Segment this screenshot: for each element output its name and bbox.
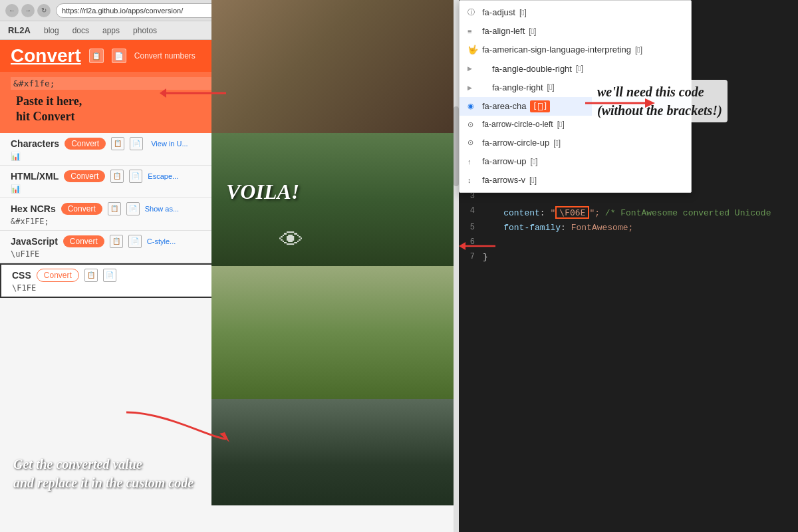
svg-marker-4 [645,98,655,108]
characters-convert-btn[interactable]: Convert [65,138,106,150]
item-name: fa-arrows-v [482,174,525,186]
bg-images-area [211,0,459,505]
brand-label: RL2A [8,25,31,35]
hexncrs-file-btn[interactable]: 📄 [126,202,140,215]
dropdown-item-asl[interactable]: 🤟 fa-american-sign-language-interpreting… [460,41,691,59]
javascript-copy-btn[interactable]: 📋 [110,235,123,248]
code-line-5: 5 font-family: FontAwesome; [459,220,798,235]
convert-desc: Convert numbers [134,51,196,61]
scroll-indicator [454,0,459,532]
code-line-4: 4 content: "\F06E"; /* FontAwesome conve… [459,203,798,220]
code-line-7: 7 } [459,249,798,264]
hexncrs-copy-btn[interactable]: 📋 [108,202,121,215]
copy-icon-header[interactable]: 📋 [89,49,104,63]
hexncrs-convert-btn[interactable]: Convert [61,203,102,215]
characters-view-link[interactable]: View in U... [151,140,188,148]
item-code: [] [557,119,565,130]
dropdown-item-align-left[interactable]: ≡ fa-align-left [] [460,22,691,41]
line-num-5: 5 [459,221,483,232]
svg-marker-6 [459,242,466,250]
bg-image-1 [211,0,459,133]
align-left-icon: ≡ [467,27,478,37]
convert-title: Convert [11,45,81,66]
nav-blog[interactable]: blog [44,26,59,35]
nav-buttons: ← → ↻ [5,4,51,17]
adjust-icon: ⓘ [467,7,478,17]
svg-marker-1 [160,88,166,98]
bg-image-4 [211,399,459,505]
dropdown-item-adjust[interactable]: ⓘ fa-adjust [] [460,3,691,22]
forward-button[interactable]: → [21,4,35,17]
htmlxml-file-btn[interactable]: 📄 [129,170,142,183]
line-content-5: font-family: FontAwesome; [483,221,798,233]
item-name: fa-adjust [482,7,515,19]
characters-copy-btn[interactable]: 📋 [111,137,124,150]
item-code: [] [519,7,527,19]
item-name: fa-align-left [482,25,525,37]
red-arrow-1 [160,83,239,103]
characters-label: Characters [11,138,59,149]
htmlxml-convert-btn[interactable]: Convert [64,170,105,182]
htmlxml-extra-link[interactable]: Escape... [148,172,178,180]
asl-icon: 🤟 [467,44,478,56]
item-name: fa-area-cha [482,100,526,112]
line-num-4: 4 [459,205,483,215]
back-button[interactable]: ← [5,4,19,17]
css-label: CSS [12,270,31,281]
item-code: [] [529,175,537,186]
editor-arrow [459,233,499,259]
characters-file-btn[interactable]: 📄 [130,137,143,150]
item-code: [] [530,156,537,168]
item-code: [] [553,138,561,149]
line-content-7: } [483,251,798,262]
javascript-extra-link[interactable]: C-style... [147,237,176,245]
arrow-circle-up-icon: ⊙ [467,138,478,148]
dropdown-item-arrow-up[interactable]: ↑ fa-arrow-up [] [460,152,691,171]
bg-image-3 [211,266,459,399]
line-content-6 [483,236,798,237]
item-code: [] [576,63,583,74]
font-family-value: FontAwesome; [571,223,634,233]
area-chart-icon: ◉ [467,101,478,111]
code-editor: 1 2 .glyphicon-zoom-in::before{ 3 4 cont… [459,160,798,532]
scroll-thumb[interactable] [454,106,459,186]
right-panel: ⓘ fa-adjust [] ≡ fa-align-left [] 🤟 fa… [459,0,798,532]
htmlxml-copy-btn[interactable]: 📋 [110,170,124,183]
css-convert-btn[interactable]: Convert [37,269,79,282]
item-name: fa-arrow-circle-o-left [482,119,553,130]
highlighted-code: [] [530,100,549,112]
content-prop: content [503,208,540,218]
item-name: fa-angle-double-right [492,63,572,75]
content-value-highlight: \F06E [555,206,589,219]
css-copy-btn[interactable]: 📋 [84,269,98,282]
arrows-v-icon: ↕ [467,176,478,186]
eye-icon: 👁 [279,226,303,254]
nav-apps[interactable]: apps [102,26,120,35]
code-line-6: 6 [459,235,798,249]
reload-button[interactable]: ↻ [37,4,51,17]
javascript-label: JavaScript [11,236,58,247]
hexncrs-extra-link[interactable]: Show as... [145,205,179,213]
css-file-btn[interactable]: 📄 [103,269,116,282]
item-name: fa-american-sign-language-interpreting [482,44,631,56]
voila-text: VOILA! [226,180,299,204]
dropdown-arrow [579,86,658,120]
font-family-prop: font-family [503,223,561,233]
dropdown-item-angle-double-right[interactable]: fa-angle-double-right [] [460,60,691,78]
javascript-convert-btn[interactable]: Convert [63,235,104,247]
item-name: fa-arrow-up [482,156,526,168]
htmlxml-label: HTML/XML [11,171,59,182]
dropdown-item-arrows-v[interactable]: ↕ fa-arrows-v [] [460,171,691,190]
item-name: fa-angle-right [492,82,543,94]
dropdown-item-arrow-circle-up[interactable]: ⊙ fa-arrow-circle-up [] [460,134,691,152]
nav-photos[interactable]: photos [133,26,157,35]
item-code: [] [635,45,642,56]
red-arrow-2 [113,406,233,446]
item-name: fa-arrow-circle-up [482,137,549,149]
javascript-file-btn[interactable]: 📄 [128,235,142,248]
left-panel: ← → ↻ 📱 RL2A blog docs apps photos Conve… [0,0,459,532]
nav-docs[interactable]: docs [72,26,89,35]
arrow-up-icon: ↑ [467,157,478,167]
line-content-4: content: "\F06E"; /* FontAwesome convert… [483,205,798,219]
file-icon-header[interactable]: 📄 [112,49,126,63]
